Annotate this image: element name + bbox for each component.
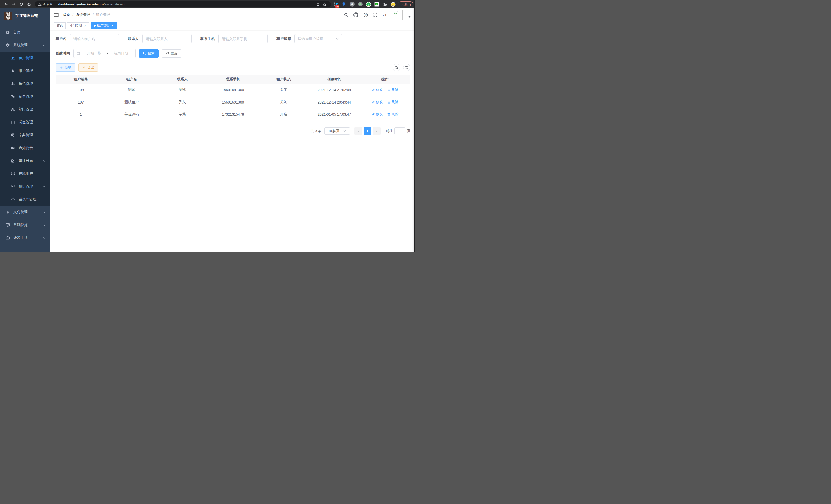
column-header: 联系手机 xyxy=(208,75,258,84)
contact-input[interactable] xyxy=(142,34,192,43)
extension-puzzle-icon[interactable] xyxy=(382,2,388,7)
tab-label: 部门管理 xyxy=(69,23,82,28)
export-button[interactable]: 导出 xyxy=(78,63,98,72)
sidebar-item-在线用户[interactable]: 在线用户 xyxy=(0,167,50,180)
extension-chat-icon[interactable] xyxy=(374,2,379,7)
sidebar-item-首页[interactable]: 首页 xyxy=(0,26,50,39)
app-logo-row[interactable]: 芋道管理系统 xyxy=(0,8,50,23)
tenant-table: 租户编号租户名联系人联系手机租户状态创建时间操作 108测试测试15601691… xyxy=(56,75,410,120)
cell-contact: 秃头 xyxy=(157,96,208,108)
sidebar-item-研发工具[interactable]: 研发工具 xyxy=(0,232,50,244)
user-icon xyxy=(10,69,16,73)
tenant-name-input[interactable] xyxy=(70,34,119,43)
page-suffix: 页 xyxy=(407,129,410,133)
font-size-icon[interactable]: TT xyxy=(382,12,388,17)
cell-created: 2021-12-14 21:02:09 xyxy=(309,84,360,96)
sidebar-item-短信管理[interactable]: 短信管理 xyxy=(0,180,50,193)
avatar-caret-icon[interactable] xyxy=(408,12,411,18)
breadcrumb-item[interactable]: 系统管理 xyxy=(76,12,90,17)
sidebar-item-角色管理[interactable]: 角色管理 xyxy=(0,77,50,90)
address-bar[interactable]: 不安全 dashboard.yudao.iocoder.cn/system/te… xyxy=(35,1,331,7)
delete-button[interactable]: 删除 xyxy=(387,88,398,92)
security-chip[interactable]: 不安全 xyxy=(38,2,53,6)
column-header: 操作 xyxy=(360,75,410,84)
reset-button[interactable]: 重置 xyxy=(162,49,181,58)
search-button[interactable]: 搜索 xyxy=(139,49,159,58)
tab-首页[interactable]: 首页 xyxy=(54,22,65,29)
extension-record-icon[interactable] xyxy=(358,2,363,7)
cell-status: 开启 xyxy=(258,108,309,120)
phone-label: 联系手机 xyxy=(200,36,215,41)
browser-menu-icon[interactable] xyxy=(410,3,411,6)
extension-balloon-icon[interactable] xyxy=(341,2,346,7)
extension-y-icon[interactable]: y xyxy=(366,2,371,7)
table-row: 1芋道源码芋艿17321315478开启2021-01-05 17:03:47修… xyxy=(56,108,410,120)
page-number-1[interactable]: 1 xyxy=(364,127,371,135)
next-page-button[interactable] xyxy=(373,127,380,135)
sidebar-item-支付管理[interactable]: 支付管理 xyxy=(0,206,50,218)
sidebar-item-审计日志[interactable]: 审计日志 xyxy=(0,154,50,167)
browser-toolbar: 不安全 dashboard.yudao.iocoder.cn/system/te… xyxy=(0,0,416,8)
fullscreen-icon[interactable] xyxy=(373,12,378,17)
extension-emoji-icon[interactable] xyxy=(391,2,396,7)
sidebar-collapse-icon[interactable] xyxy=(54,12,59,18)
extension-tiles-icon[interactable]: 10 xyxy=(333,2,338,7)
prev-page-button[interactable] xyxy=(354,127,362,135)
goto-page-input[interactable] xyxy=(395,127,405,135)
post-badge-icon xyxy=(10,120,16,124)
sidebar-item-菜单管理[interactable]: 菜单管理 xyxy=(0,90,50,103)
sidebar-item-字典管理[interactable]: 字典管理 xyxy=(0,129,50,142)
github-icon[interactable] xyxy=(353,12,359,18)
share-icon[interactable] xyxy=(315,2,320,7)
sidebar-item-label: 角色管理 xyxy=(19,82,33,86)
sidebar-item-label: 系统管理 xyxy=(13,43,28,48)
breadcrumb-item[interactable]: 首页 xyxy=(63,12,70,17)
status-select[interactable]: 请选择租户状态 xyxy=(294,34,342,43)
sidebar-item-租户管理[interactable]: 租户管理 xyxy=(0,52,50,64)
sidebar-item-系统管理[interactable]: 系统管理 xyxy=(0,39,50,52)
sidebar-item-基础设施[interactable]: 基础设施 xyxy=(0,218,50,232)
add-button[interactable]: 新增 xyxy=(56,63,75,72)
browser-back-icon[interactable] xyxy=(3,1,9,7)
tab-部门管理[interactable]: 部门管理✕ xyxy=(67,22,89,29)
edit-button[interactable]: 修改 xyxy=(372,88,382,92)
browser-update-button[interactable]: 更新 xyxy=(398,1,413,7)
sidebar-item-label: 短信管理 xyxy=(19,184,33,189)
refresh-table-button[interactable] xyxy=(403,64,410,71)
cell-name: 测试租户 xyxy=(106,96,157,108)
help-icon[interactable]: ? xyxy=(363,12,368,18)
avatar[interactable] xyxy=(393,10,403,20)
phone-input[interactable] xyxy=(219,34,268,43)
sidebar-item-用户管理[interactable]: 用户管理 xyxy=(0,64,50,77)
bookmark-star-icon[interactable] xyxy=(322,2,327,7)
show-search-toggle-button[interactable] xyxy=(393,64,400,71)
sidebar-item-label: 错误码管理 xyxy=(19,197,36,202)
status-label: 租户状态 xyxy=(277,36,291,41)
edit-button[interactable]: 修改 xyxy=(372,100,382,104)
sidebar-item-label: 首页 xyxy=(13,30,21,35)
sidebar-item-通知公告[interactable]: 通知公告 xyxy=(0,142,50,154)
sidebar-item-label: 菜单管理 xyxy=(19,94,33,99)
browser-forward-icon[interactable] xyxy=(10,1,17,7)
browser-home-icon[interactable] xyxy=(26,1,32,7)
tab-租户管理[interactable]: 租户管理✕ xyxy=(91,22,117,29)
tags-view-bar: 首页部门管理✕租户管理✕ xyxy=(50,21,416,30)
sidebar-item-label: 租户管理 xyxy=(19,56,33,60)
delete-button[interactable]: 删除 xyxy=(387,100,398,104)
sidebar-item-label: 基础设施 xyxy=(13,223,28,227)
sidebar-item-部门管理[interactable]: 部门管理 xyxy=(0,103,50,116)
column-header: 租户编号 xyxy=(56,75,106,84)
browser-reload-icon[interactable] xyxy=(18,1,24,7)
sidebar-item-岗位管理[interactable]: 岗位管理 xyxy=(0,116,50,129)
extension-command-icon[interactable]: ⌘ xyxy=(349,2,354,7)
svg-text:T: T xyxy=(382,14,384,17)
create-time-range-picker[interactable]: 开始日期 - 结束日期 xyxy=(74,49,136,58)
page-size-select[interactable]: 10条/页 xyxy=(324,127,350,135)
edit-button[interactable]: 修改 xyxy=(372,112,382,116)
sidebar-item-错误码管理[interactable]: 错误码管理 xyxy=(0,193,50,206)
cell-name: 芋道源码 xyxy=(106,108,157,120)
header-search-icon[interactable] xyxy=(344,12,348,17)
close-icon[interactable]: ✕ xyxy=(111,24,114,28)
delete-button[interactable]: 删除 xyxy=(387,112,398,116)
close-icon[interactable]: ✕ xyxy=(83,24,87,28)
